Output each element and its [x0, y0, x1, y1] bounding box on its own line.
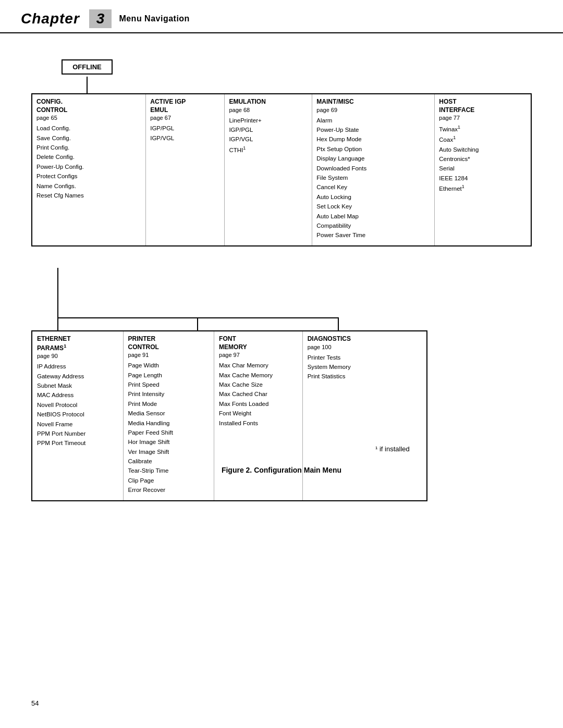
box-active-igp-title: ACTIVE IGPEMUL [150, 98, 220, 114]
box-emulation-page: page 68 [229, 107, 308, 113]
box-font-memory-page: page 97 [219, 352, 298, 358]
box-config-control-items: Load Config. Save Config. Print Config. … [36, 124, 141, 200]
box-config-control-page: page 65 [36, 115, 141, 121]
box-config-control: CONFIG.CONTROL page 65 Load Config. Save… [32, 94, 146, 245]
bottom-left-drop [57, 318, 58, 331]
box-host-interface-page: page 77 [439, 115, 527, 121]
box-emulation: EMULATION page 68 LinePrinter+ IGP/PGL I… [225, 94, 312, 245]
box-maint-misc-title: MAINT/MISC [316, 98, 430, 106]
page-header: Chapter 3 Menu Navigation [0, 0, 563, 33]
box-ethernet-params: ETHERNETPARAMS1 page 90 IP Address Gatew… [32, 331, 124, 500]
box-maint-misc-page: page 69 [316, 107, 430, 113]
box-diagnostics: DIAGNOSTICS page 100 Printer Tests Syste… [303, 331, 426, 500]
box-ethernet-title: ETHERNETPARAMS1 [37, 335, 118, 352]
box-host-interface-items: Twinax1 Coax1 Auto Switching Centronics*… [439, 124, 527, 193]
page-number: 54 [31, 699, 39, 707]
chapter-title: Menu Navigation [119, 14, 190, 23]
chapter-number: 3 [89, 9, 112, 28]
box-host-interface: HOSTINTERFACE page 77 Twinax1 Coax1 Auto… [435, 94, 531, 245]
box-diagnostics-title: DIAGNOSTICS [308, 335, 422, 343]
bottom-horiz-connector [57, 317, 339, 318]
top-boxes-row: CONFIG.CONTROL page 65 Load Config. Save… [31, 93, 532, 246]
box-printer-control-title: PRINTERCONTROL [128, 335, 210, 351]
bottom-boxes-row: ETHERNETPARAMS1 page 90 IP Address Gatew… [31, 330, 427, 501]
box-maint-misc: MAINT/MISC page 69 Alarm Power-Up State … [312, 94, 435, 245]
bottom-right-drop [338, 318, 339, 331]
box-diagnostics-items: Printer Tests System Memory Print Statis… [308, 353, 422, 381]
box-maint-misc-items: Alarm Power-Up State Hex Dump Mode Ptx S… [316, 116, 430, 240]
box-printer-control-page: page 91 [128, 352, 210, 358]
box-diagnostics-page: page 100 [308, 344, 422, 350]
diagram-container: OFFLINE CONFIG.CONTROL page 65 Load Conf… [31, 59, 532, 508]
box-font-memory-items: Max Char Memory Max Cache Memory Max Cac… [219, 361, 298, 428]
box-active-igp: ACTIVE IGPEMUL page 67 IGP/PGL IGP/VGL [146, 94, 225, 245]
offline-box: OFFLINE [62, 59, 113, 75]
bottom-mid-drop [197, 318, 198, 331]
box-ethernet-page: page 90 [37, 353, 118, 359]
box-config-control-title: CONFIG.CONTROL [36, 98, 141, 114]
box-font-memory-title: FONTMEMORY [219, 335, 298, 351]
box-printer-control-items: Page Width Page Length Print Speed Print… [128, 361, 210, 495]
box-ethernet-items: IP Address Gateway Address Subnet Mask M… [37, 362, 118, 448]
figure-caption: Figure 2. Configuration Main Menu [31, 466, 532, 474]
box-active-igp-page: page 67 [150, 115, 220, 121]
chapter-label: Chapter [21, 10, 80, 27]
page-body: OFFLINE CONFIG.CONTROL page 65 Load Conf… [0, 33, 563, 523]
box-active-igp-items: IGP/PGL IGP/VGL [150, 124, 220, 143]
box-host-interface-title: HOSTINTERFACE [439, 98, 527, 114]
box-emulation-title: EMULATION [229, 98, 308, 106]
box-printer-control: PRINTERCONTROL page 91 Page Width Page L… [124, 331, 215, 500]
footnote: ¹ if installed [375, 445, 410, 453]
box-font-memory: FONTMEMORY page 97 Max Char Memory Max C… [214, 331, 303, 500]
offline-vert-line [87, 77, 88, 93]
box-emulation-items: LinePrinter+ IGP/PGL IGP/VGL CTHI1 [229, 116, 308, 155]
left-vert-connector [57, 268, 58, 317]
